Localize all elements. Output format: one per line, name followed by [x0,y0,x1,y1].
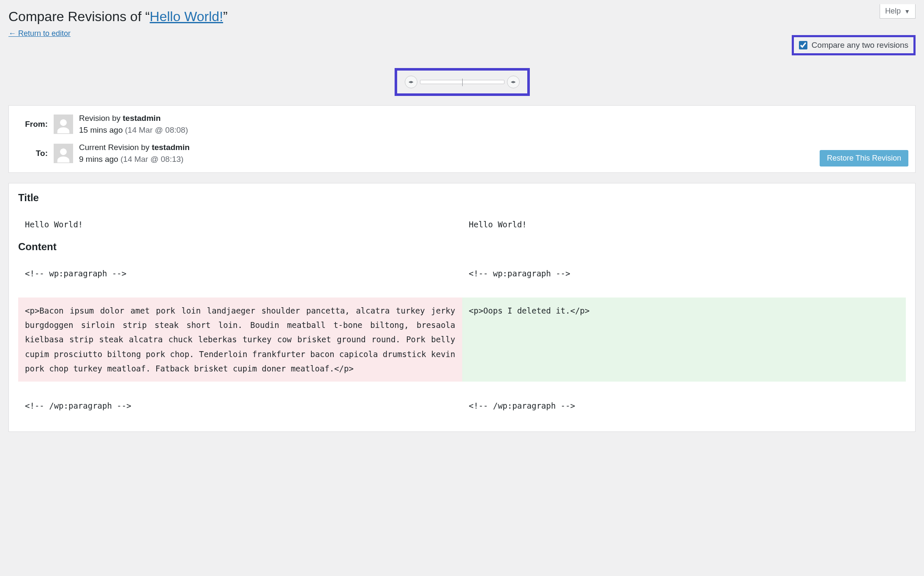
arrows-horizontal-icon: ◂▸ [511,79,516,85]
revisions-meta: From: Revision by testadmin 15 mins ago … [8,105,916,173]
diff-title-heading: Title [18,192,906,204]
to-revision-by: Current Revision by [79,143,150,152]
revision-from-row: From: Revision by testadmin 15 mins ago … [16,110,908,139]
compare-any-two-revisions: Compare any two revisions [792,35,916,55]
diff-content-from: <!-- wp:paragraph --> [18,260,462,287]
chevron-down-icon: ▼ [904,8,910,15]
revision-range-slider: ◂▸ ◂▸ [395,68,530,96]
table-row: <!-- /wp:paragraph --> <!-- /wp:paragrap… [18,393,906,419]
diff-content-deleted: <p>Bacon ipsum dolor amet pork loin land… [18,298,462,382]
diff-title-table: Hello World! Hello World! [18,211,906,237]
to-meta: Current Revision by testadmin 9 mins ago… [79,142,190,166]
help-label: Help [885,7,901,15]
diff-content-to: <!-- wp:paragraph --> [462,260,906,287]
diff-content-heading: Content [18,241,906,253]
compare-any-checkbox[interactable] [799,41,807,49]
title-suffix: ” [223,9,228,24]
revision-to-row: To: Current Revision by testadmin 9 mins… [16,139,908,168]
diff-content-table: <!-- wp:paragraph --> <!-- wp:paragraph … [18,260,906,419]
from-timestamp: (14 Mar @ 08:08) [125,126,188,134]
slider-handle-to[interactable]: ◂▸ [507,76,520,88]
diff-content-from: <!-- /wp:paragraph --> [18,393,462,419]
slider-track[interactable] [420,80,504,84]
diff-panel: Title Hello World! Hello World! Content … [8,183,916,432]
from-meta: Revision by testadmin 15 mins ago (14 Ma… [79,112,188,136]
return-to-editor-link[interactable]: ← Return to editor [8,29,71,38]
to-label: To: [16,149,54,158]
arrows-horizontal-icon: ◂▸ [409,79,414,85]
diff-content-to: <!-- /wp:paragraph --> [462,393,906,419]
to-timestamp: (14 Mar @ 08:13) [120,155,183,164]
table-row: Hello World! Hello World! [18,211,906,237]
table-row: <p>Bacon ipsum dolor amet pork loin land… [18,298,906,382]
page-title: Compare Revisions of “Hello World!” [8,4,916,27]
from-label: From: [16,120,54,129]
diff-content-added: <p>Oops I deleted it.</p> [462,298,906,382]
table-row [18,382,906,393]
from-author: testadmin [123,114,161,123]
diff-title-from: Hello World! [18,211,462,237]
avatar [54,115,73,134]
to-time-ago: 9 mins ago [79,155,118,164]
diff-title-to: Hello World! [462,211,906,237]
from-time-ago: 15 mins ago [79,126,123,134]
help-tab[interactable]: Help ▼ [880,4,916,19]
restore-revision-button[interactable]: Restore This Revision [820,150,908,167]
post-title-link[interactable]: Hello World! [150,9,223,24]
title-prefix: Compare Revisions of “ [8,9,150,24]
compare-any-label: Compare any two revisions [812,41,908,50]
from-revision-by: Revision by [79,114,120,123]
table-row [18,287,906,298]
table-row: <!-- wp:paragraph --> <!-- wp:paragraph … [18,260,906,287]
avatar [54,144,73,163]
to-author: testadmin [152,143,190,152]
slider-handle-from[interactable]: ◂▸ [405,76,417,88]
